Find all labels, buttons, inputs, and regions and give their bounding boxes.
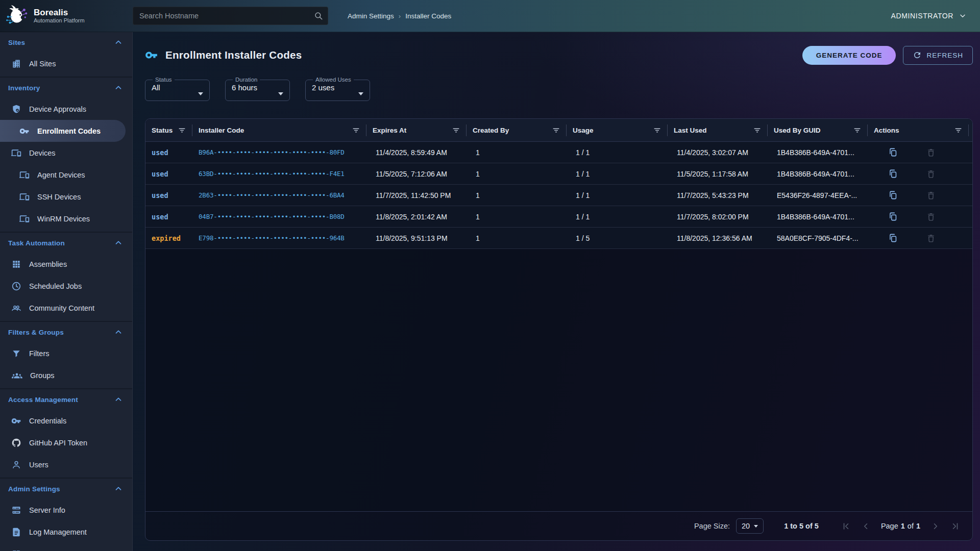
caret-down-icon — [358, 92, 363, 95]
sidebar-section-header-inventory[interactable]: Inventory — [0, 78, 132, 98]
used-by-guid-cell: 1B4B386B-649A-4701... — [768, 148, 868, 157]
sidebar-item-devices[interactable]: Devices — [0, 142, 132, 164]
copy-icon[interactable] — [888, 169, 898, 179]
sidebar-item-credentials[interactable]: Credentials — [0, 410, 132, 432]
installer-code-cell[interactable]: B96A-••••-••••-••••-••••-••••-••••-80FD — [192, 148, 366, 156]
refresh-button[interactable]: REFRESH — [903, 46, 973, 65]
sidebar-section-header-task-automation[interactable]: Task Automation — [0, 233, 132, 253]
copy-icon[interactable] — [888, 190, 898, 200]
sidebar-item-label: WinRM Devices — [37, 215, 90, 223]
user-menu[interactable]: ADMINISTRATOR — [891, 12, 980, 20]
chevron-up-icon — [114, 83, 123, 92]
actions-cell — [868, 147, 969, 157]
clock-icon — [11, 281, 21, 291]
sidebar-item-agent-devices[interactable]: Agent Devices — [0, 164, 132, 186]
sidebar-item-filters[interactable]: Filters — [0, 342, 132, 364]
github-icon — [11, 438, 21, 448]
sidebar-item-groups[interactable]: Groups — [0, 364, 132, 386]
sidebar-item-label: Credentials — [29, 417, 66, 425]
sidebar-section-label: Task Automation — [8, 239, 65, 247]
filter-icon[interactable] — [452, 126, 460, 135]
delete-icon[interactable] — [926, 148, 936, 157]
search-input[interactable] — [133, 7, 328, 25]
column-header-expires-at[interactable]: Expires At — [366, 119, 467, 141]
sidebar-item-assemblies[interactable]: Assemblies — [0, 253, 132, 275]
sidebar-section-header-admin-settings[interactable]: Admin Settings — [0, 479, 132, 499]
column-header-label: Installer Code — [199, 127, 244, 134]
borealis-logo-icon — [5, 4, 29, 28]
filter-icon[interactable] — [352, 126, 360, 135]
chevron-down-icon — [959, 12, 967, 20]
filter-icon[interactable] — [178, 126, 186, 135]
sidebar-section-label: Filters & Groups — [8, 329, 64, 336]
delete-icon[interactable] — [926, 169, 936, 179]
usage-cell: 1 / 1 — [567, 148, 668, 157]
delete-icon[interactable] — [926, 191, 936, 200]
column-header-created-by[interactable]: Created By — [467, 119, 567, 141]
delete-icon[interactable] — [926, 234, 936, 243]
previous-page-icon[interactable] — [861, 521, 871, 531]
copy-icon[interactable] — [888, 212, 898, 221]
sidebar-item-label: Device Approvals — [29, 105, 86, 113]
grid-icon — [11, 259, 21, 269]
status-cell: used — [145, 148, 192, 157]
filter-select-allowed-uses[interactable]: Allowed Uses2 uses — [305, 77, 370, 101]
delete-icon[interactable] — [926, 212, 936, 221]
sidebar-item-users[interactable]: Users — [0, 454, 132, 475]
column-header-installer-code[interactable]: Installer Code — [192, 119, 366, 141]
sidebar-item-label: All Sites — [29, 60, 56, 68]
sidebar-item-device-approvals[interactable]: Device Approvals — [0, 98, 132, 120]
column-header-last-used[interactable]: Last Used — [668, 119, 768, 141]
used-by-guid-cell: 1B4B386B-649A-4701... — [768, 213, 868, 221]
sidebar-item-ssh-devices[interactable]: SSH Devices — [0, 186, 132, 208]
sidebar-section-header-sites[interactable]: Sites — [0, 32, 132, 53]
column-header-actions[interactable]: Actions — [868, 119, 969, 141]
breadcrumb-installer-codes[interactable]: Installer Codes — [405, 12, 451, 20]
filter-icon[interactable] — [753, 126, 762, 135]
sidebar-item-page-template[interactable]: Page Template — [0, 543, 132, 551]
search-icon[interactable] — [314, 11, 323, 20]
column-header-used-by-guid[interactable]: Used By GUID — [768, 119, 868, 141]
sidebar-item-all-sites[interactable]: All Sites — [0, 53, 132, 74]
sidebar-item-scheduled-jobs[interactable]: Scheduled Jobs — [0, 275, 132, 297]
column-header-status[interactable]: Status — [145, 119, 192, 141]
filter-icon[interactable] — [552, 126, 560, 135]
sidebar-item-label: Filters — [29, 349, 49, 358]
breadcrumb-admin-settings[interactable]: Admin Settings — [348, 12, 394, 20]
filter-select-duration[interactable]: Duration6 hours — [225, 77, 290, 101]
installer-code-cell[interactable]: 04B7-••••-••••-••••-••••-••••-••••-B08D — [192, 213, 366, 220]
filter-icon[interactable] — [653, 126, 662, 135]
copy-icon[interactable] — [888, 147, 898, 157]
installer-code-cell[interactable]: 2B63-••••-••••-••••-••••-••••-••••-6BA4 — [192, 191, 366, 199]
sidebar-item-enrollment-codes[interactable]: Enrollment Codes — [0, 120, 126, 142]
generate-code-button[interactable]: GENERATE CODE — [802, 46, 896, 65]
column-header-usage[interactable]: Usage — [567, 119, 668, 141]
installer-code-cell[interactable]: 63BD-••••-••••-••••-••••-••••-••••-F4E1 — [192, 170, 366, 178]
sidebar-item-community-content[interactable]: Community Content — [0, 297, 132, 319]
shield-icon — [11, 104, 21, 114]
building-icon — [11, 59, 21, 69]
sidebar-item-github-api-token[interactable]: GitHub API Token — [0, 432, 132, 454]
page-indicator: Page 1 of 1 — [881, 522, 920, 530]
sidebar-item-label: Log Management — [29, 528, 87, 536]
copy-icon[interactable] — [888, 233, 898, 243]
installer-code-cell[interactable]: E798-••••-••••-••••-••••-••••-••••-964B — [192, 234, 366, 242]
caret-down-icon — [278, 92, 283, 95]
status-cell: expired — [145, 234, 192, 242]
first-page-icon[interactable] — [841, 521, 851, 531]
sidebar-item-log-management[interactable]: Log Management — [0, 521, 132, 543]
page-size-select[interactable]: 20 — [736, 518, 764, 534]
sidebar-section-header-filters-groups[interactable]: Filters & Groups — [0, 322, 132, 342]
filter-icon[interactable] — [954, 126, 963, 135]
sidebar-item-winrm-devices[interactable]: WinRM Devices — [0, 208, 132, 230]
filter-select-status[interactable]: StatusAll — [145, 77, 210, 101]
sidebar-item-server-info[interactable]: Server Info — [0, 499, 132, 521]
sidebar-section-header-access-management[interactable]: Access Management — [0, 389, 132, 410]
next-page-icon[interactable] — [930, 521, 940, 531]
last-page-icon[interactable] — [950, 521, 960, 531]
filter-icon[interactable] — [853, 126, 862, 135]
server-icon — [11, 505, 21, 515]
key-icon — [145, 48, 158, 62]
used-by-guid-cell: 1B4B386B-649A-4701... — [768, 170, 868, 178]
table-body: usedB96A-••••-••••-••••-••••-••••-••••-8… — [145, 142, 972, 249]
